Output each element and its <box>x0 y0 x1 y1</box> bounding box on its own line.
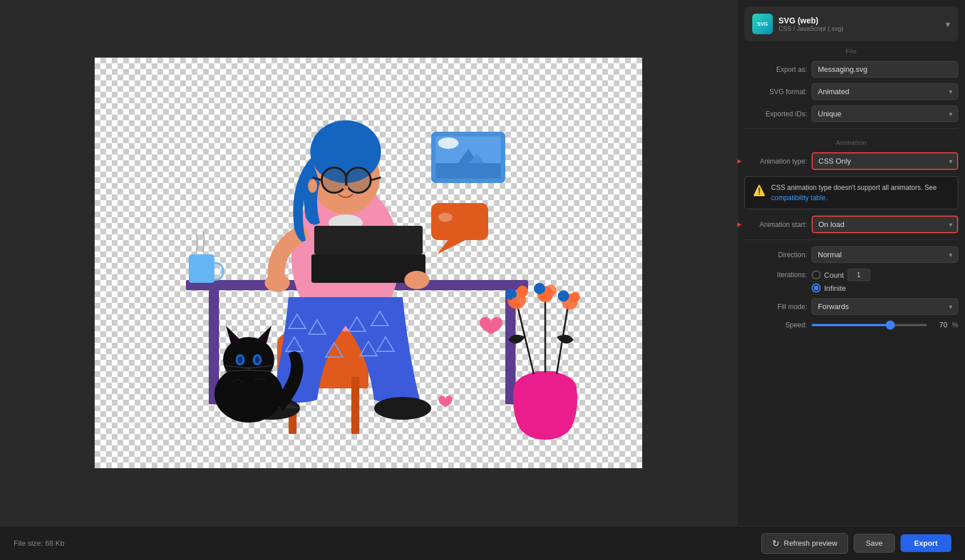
svg-rect-6 <box>351 377 359 434</box>
svg-point-38 <box>308 179 317 193</box>
format-subtitle: CSS / JavaScript (.svg) <box>779 25 844 32</box>
speed-slider[interactable] <box>812 324 927 326</box>
svg-point-66 <box>223 337 274 383</box>
exported-ids-label: Exported IDs: <box>744 110 807 118</box>
export-as-row: Export as: <box>737 58 965 80</box>
svg-format-select[interactable]: Animated Static <box>812 83 958 100</box>
file-size-label: File size: 68 Kb <box>14 539 64 547</box>
format-title: SVG (web) <box>779 16 844 25</box>
file-section-label: File <box>737 41 965 58</box>
svg-point-27 <box>374 397 431 420</box>
refresh-label: Refresh preview <box>784 539 837 547</box>
exported-ids-select[interactable]: Unique Minimal None <box>812 105 958 122</box>
animation-section-label: Animation <box>737 132 965 149</box>
svg-point-43 <box>439 213 452 222</box>
animation-start-row: ➤ Animation start: On load On hover On c… <box>737 213 965 236</box>
export-as-input[interactable] <box>812 61 958 78</box>
right-panel: SVG SVG (web) CSS / JavaScript (.svg) ▾ … <box>737 0 965 526</box>
animation-type-row: ➤ Animation type: CSS Only SVG Native CS… <box>737 149 965 173</box>
warning-icon: ⚠️ <box>753 183 765 198</box>
svg-point-74 <box>255 356 260 363</box>
animation-start-label: Animation start: <box>744 221 807 229</box>
fill-mode-select[interactable]: Forwards Backwards Both None <box>812 298 958 315</box>
svg-format-select-wrapper: Animated Static <box>812 83 958 100</box>
svg-point-33 <box>322 168 346 192</box>
infinite-label: Infinite <box>824 284 846 293</box>
infinite-option[interactable]: Infinite <box>812 283 846 293</box>
svg-rect-51 <box>534 371 557 391</box>
speed-row: Speed: 70 % <box>737 318 965 332</box>
infinite-radio[interactable] <box>812 283 821 293</box>
preview-area <box>0 0 737 526</box>
export-button[interactable]: Export <box>901 534 951 552</box>
bottom-actions: ↻ Refresh preview Save Export <box>761 533 951 554</box>
iterations-group: Iterations: Count Infinite <box>737 266 965 295</box>
direction-select-wrapper: Normal Reverse Alternate Alternate Rever… <box>812 246 958 263</box>
svg-point-63 <box>558 290 569 302</box>
svg-rect-40 <box>189 254 214 283</box>
count-label: Count <box>824 271 844 279</box>
fill-mode-select-wrapper: Forwards Backwards Both None <box>812 298 958 315</box>
svg-format-label: SVG format: <box>744 88 807 96</box>
speed-unit: % <box>952 321 958 329</box>
svg-point-34 <box>346 168 370 192</box>
fill-mode-label: Fill mode: <box>744 303 807 311</box>
canvas-checkerboard <box>95 58 642 468</box>
svg-point-17 <box>404 271 429 289</box>
svg-format-icon: SVG <box>752 14 773 34</box>
compatibility-link[interactable]: compatibility table. <box>771 194 828 202</box>
svg-point-39 <box>343 185 348 190</box>
divider-2 <box>744 240 958 240</box>
speed-label: Speed: <box>744 321 807 329</box>
svg-point-58 <box>511 297 520 306</box>
svg-format-row: SVG format: Animated Static <box>737 80 965 103</box>
fill-mode-row: Fill mode: Forwards Backwards Both None <box>737 295 965 318</box>
svg-rect-48 <box>436 163 501 178</box>
animation-type-select-wrapper: CSS Only SVG Native CSS + SVG <box>812 152 958 170</box>
iterations-label: Iterations: <box>744 271 807 279</box>
direction-select[interactable]: Normal Reverse Alternate Alternate Rever… <box>812 246 958 263</box>
bottom-bar: File size: 68 Kb ↻ Refresh preview Save … <box>0 526 965 560</box>
animation-start-select[interactable]: On load On hover On click <box>812 216 958 233</box>
svg-rect-15 <box>314 226 423 254</box>
direction-label: Direction: <box>744 251 807 259</box>
svg-point-73 <box>238 356 242 363</box>
count-radio[interactable] <box>812 270 821 279</box>
format-chevron-icon: ▾ <box>946 19 950 30</box>
svg-point-16 <box>265 274 290 292</box>
animation-start-select-wrapper: On load On hover On click <box>812 216 958 233</box>
svg-point-61 <box>545 285 557 296</box>
format-selector[interactable]: SVG SVG (web) CSS / JavaScript (.svg) ▾ <box>744 7 958 41</box>
speed-value: 70 <box>931 320 947 329</box>
divider-1 <box>744 128 958 129</box>
svg-point-60 <box>534 283 545 294</box>
svg-point-57 <box>517 286 528 297</box>
svg-point-64 <box>570 292 580 302</box>
warning-text: CSS animation type doesn't support all a… <box>771 182 950 203</box>
count-input[interactable] <box>848 269 870 281</box>
svg-rect-41 <box>431 203 488 240</box>
exported-ids-select-wrapper: Unique Minimal None <box>812 105 958 122</box>
direction-row: Direction: Normal Reverse Alternate Alte… <box>737 244 965 266</box>
refresh-preview-button[interactable]: ↻ Refresh preview <box>761 533 848 554</box>
export-as-label: Export as: <box>744 66 807 74</box>
svg-marker-42 <box>437 240 465 254</box>
exported-ids-row: Exported IDs: Unique Minimal None <box>737 103 965 125</box>
animation-type-label: Animation type: <box>744 157 807 165</box>
svg-point-49 <box>438 137 459 149</box>
save-button[interactable]: Save <box>854 534 895 553</box>
animation-type-select[interactable]: CSS Only SVG Native CSS + SVG <box>812 152 958 170</box>
refresh-icon: ↻ <box>772 538 780 549</box>
warning-box: ⚠️ CSS animation type doesn't support al… <box>744 176 958 209</box>
count-option[interactable]: Count <box>812 269 870 281</box>
